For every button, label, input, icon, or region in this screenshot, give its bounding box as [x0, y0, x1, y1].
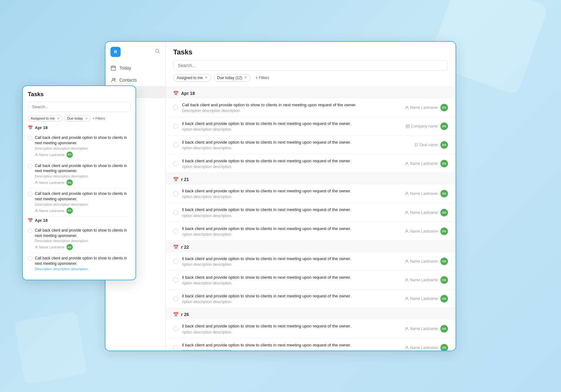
task-title: Call back client and provide option to s…	[182, 102, 401, 108]
floating-card: Tasks Assigned to me ✕ Due today ✕ + Fil…	[22, 85, 136, 280]
filter-assigned-to-me[interactable]: Assigned to me ✕	[173, 74, 211, 82]
fc-filter-assigned-label: Assigned to me	[31, 116, 55, 120]
list-item: Call back client and provide option to s…	[28, 253, 130, 275]
fc-task-body: Call back client and provide option to s…	[35, 256, 130, 272]
task-meta: Name Lastname DG	[405, 160, 448, 167]
fc-date-group-apr18-2: 📅 Apr 18	[28, 218, 130, 223]
task-checkbox[interactable]	[173, 124, 178, 129]
task-assignee: Name Lastname	[405, 229, 438, 233]
fc-filters-more[interactable]: + Filters	[92, 116, 105, 120]
task-assignee: Name Lastname	[405, 327, 438, 331]
fc-task-checkbox[interactable]	[28, 136, 32, 140]
task-body: ll back client and provide option to sho…	[182, 226, 401, 237]
task-body: ll back client and provide option to sho…	[182, 256, 401, 267]
filter-assigned-label: Assigned to me	[177, 76, 203, 80]
fc-filter-due-close[interactable]: ✕	[85, 117, 88, 120]
task-title: ll back client and provide option to sho…	[182, 342, 401, 348]
sidebar-item-contacts[interactable]: Contacts	[105, 74, 165, 86]
task-checkbox[interactable]	[173, 142, 178, 147]
task-title: ll back client and provide option to sho…	[182, 323, 401, 329]
task-desc: Description description description.	[182, 109, 401, 113]
task-checkbox[interactable]	[173, 210, 178, 215]
date-label-apr26: r 26	[181, 312, 189, 317]
sidebar-search-icon[interactable]	[155, 49, 160, 55]
task-meta: Name Lastname DG	[405, 227, 448, 235]
floating-card-title: Tasks	[28, 91, 130, 98]
sidebar-item-today[interactable]: Today	[105, 62, 165, 74]
fc-task-meta: Name Lastname DG	[35, 152, 130, 158]
task-desc: ription description description.	[182, 300, 401, 304]
task-meta: Name Lastname DG	[405, 258, 448, 265]
date-calendar-icon: 📅	[173, 177, 179, 182]
fc-avatar: DG	[66, 244, 73, 250]
fc-task-meta: Name Lastname DG	[35, 179, 130, 186]
fc-avatar: DG	[66, 179, 73, 186]
task-body: ll back client and provide option to sho…	[182, 293, 401, 304]
table-row: ll back client and provide option to sho…	[166, 154, 456, 173]
calendar-icon	[110, 65, 116, 71]
fc-date-group-apr18-1: 📅 Apr 18	[28, 125, 130, 130]
fc-task-desc: Description description description.	[35, 174, 130, 178]
avatar: DG	[440, 276, 448, 284]
task-checkbox[interactable]	[173, 191, 178, 196]
fc-task-meta: Name Lastname DG	[35, 208, 130, 214]
sidebar-logo: R	[105, 47, 165, 62]
fc-task-checkbox[interactable]	[28, 228, 32, 233]
table-row: ll back client and provide option to sho…	[166, 136, 456, 154]
date-label-apr21: r 21	[181, 177, 189, 182]
task-checkbox[interactable]	[173, 296, 178, 301]
filter-due-close-icon[interactable]: ✕	[244, 76, 247, 80]
svg-rect-2	[111, 66, 116, 70]
page-title: Tasks	[173, 48, 448, 56]
task-body: ll back client and provide option to sho…	[182, 188, 401, 199]
fc-task-body: Call back client and provide option to s…	[35, 163, 130, 186]
fc-filter-assigned[interactable]: Assigned to me ✕	[28, 115, 62, 121]
fc-filter-assigned-close[interactable]: ✕	[57, 117, 60, 120]
fc-task-checkbox[interactable]	[28, 256, 32, 261]
fc-task-checkbox[interactable]	[28, 192, 32, 196]
task-checkbox[interactable]	[173, 259, 178, 264]
table-row: Call back client and provide option to s…	[166, 98, 456, 117]
fc-assignee: Name Lastname	[35, 245, 65, 249]
fc-task-desc: Description description description.	[35, 146, 130, 150]
task-title: ll back client and provide option to sho…	[182, 121, 402, 127]
task-body: ll back client and provide option to sho…	[182, 342, 401, 351]
task-meta: Name Lastname DG	[405, 209, 448, 216]
date-label-apr18: Apr 18	[181, 91, 195, 96]
sidebar-item-today-label: Today	[119, 65, 131, 71]
list-item: Call back client and provide option to s…	[28, 225, 130, 253]
fc-task-title: Call back client and provide option to s…	[35, 135, 130, 146]
filters-more-button[interactable]: + Filters	[253, 74, 272, 81]
task-desc: ription description description.	[182, 146, 411, 150]
sidebar-item-contacts-label: Contacts	[119, 78, 137, 83]
task-assignee: Name Lastname	[405, 210, 438, 215]
task-checkbox[interactable]	[173, 326, 178, 331]
search-input[interactable]	[173, 60, 448, 71]
fc-assignee: Name Lastname	[35, 181, 65, 184]
fc-assignee: Name Lastname	[35, 153, 65, 157]
task-meta: Name Lastname DG	[405, 325, 448, 333]
task-desc: ription description description.	[182, 262, 401, 267]
fc-task-desc: Description description description.	[35, 202, 130, 206]
task-title: ll back client and provide option to sho…	[182, 140, 411, 145]
fc-date-label-apr18-2: Apr 18	[35, 218, 47, 223]
fc-filter-due[interactable]: Due today ✕	[64, 115, 91, 121]
task-checkbox[interactable]	[173, 161, 178, 166]
task-checkbox[interactable]	[173, 277, 178, 283]
task-checkbox[interactable]	[173, 229, 178, 234]
task-desc: ription description description.	[182, 214, 401, 218]
task-checkbox[interactable]	[173, 105, 178, 110]
table-row: ll back client and provide option to sho…	[166, 289, 456, 308]
svg-line-1	[159, 52, 160, 53]
task-assignee: Name Lastname	[405, 191, 438, 196]
filter-due-today[interactable]: Due today (12) ✕	[214, 74, 250, 82]
task-list: 📅 Apr 18 Call back client and provide op…	[166, 87, 456, 351]
task-checkbox[interactable]	[173, 345, 178, 350]
table-row: ll back client and provide option to sho…	[166, 203, 456, 222]
filter-assigned-close-icon[interactable]: ✕	[205, 76, 208, 80]
date-group-apr26: 📅 r 26	[166, 308, 456, 320]
fc-task-checkbox[interactable]	[28, 164, 32, 168]
avatar: DG	[440, 104, 448, 111]
avatar: DG	[440, 160, 448, 167]
floating-card-search-input[interactable]	[28, 102, 130, 112]
